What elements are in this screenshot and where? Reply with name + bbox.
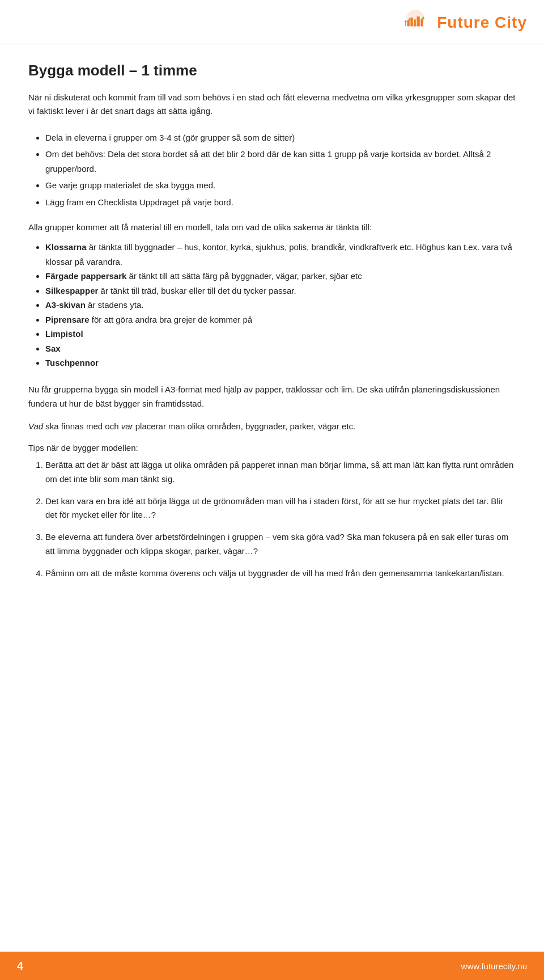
list-item: Färgade pappersark är tänkt till att sät… bbox=[45, 269, 516, 284]
list-item: Tuschpennor bbox=[45, 356, 516, 370]
tip-item: Berätta att det är bäst att lägga ut oli… bbox=[45, 458, 516, 487]
material-label: A3-skivan bbox=[45, 300, 86, 310]
material-label: Färgade pappersark bbox=[45, 271, 126, 281]
svg-rect-5 bbox=[421, 19, 423, 27]
page-header: Future City bbox=[0, 0, 544, 44]
build-paragraph: Nu får grupperna bygga sin modell i A3-f… bbox=[28, 383, 516, 411]
logo-icon bbox=[398, 7, 432, 38]
list-item: Piprensare för att göra andra bra grejer… bbox=[45, 312, 516, 327]
page-title: Bygga modell – 1 timme bbox=[28, 61, 516, 81]
material-label: Piprensare bbox=[45, 315, 90, 324]
list-item: Lägg fram en Checklista Uppdraget på var… bbox=[45, 195, 516, 210]
material-desc: för att göra andra bra grejer de kommer … bbox=[90, 315, 253, 324]
list-item: Ge varje grupp materialet de ska bygga m… bbox=[45, 178, 516, 193]
intro-paragraph: När ni diskuterat och kommit fram till v… bbox=[28, 91, 516, 118]
list-item: Sax bbox=[45, 341, 516, 356]
text-part2: ska finnas med och bbox=[43, 421, 121, 431]
what-where-paragraph: Vad ska finnas med och var placerar man … bbox=[28, 420, 516, 434]
list-item: Limpistol bbox=[45, 327, 516, 341]
material-desc: är tänkt till att sätta färg på byggnade… bbox=[126, 271, 362, 281]
tips-list: Berätta att det är bäst att lägga ut oli… bbox=[28, 458, 516, 580]
material-label: Limpistol bbox=[45, 329, 83, 339]
tip-item: Påminn om att de måste komma överens och… bbox=[45, 567, 516, 581]
materials-list: Klossarna är tänkta till byggnader – hus… bbox=[28, 240, 516, 370]
italic-var: var bbox=[121, 421, 133, 431]
list-item: Silkespapper är tänkt till träd, buskar … bbox=[45, 284, 516, 298]
footer-url: www.futurecity.nu bbox=[461, 961, 527, 971]
list-item: Dela in eleverna i grupper om 3-4 st (gö… bbox=[45, 130, 516, 145]
list-item: A3-skivan är stadens yta. bbox=[45, 298, 516, 312]
material-desc: är tänkta till byggnader – hus, kontor, … bbox=[45, 242, 512, 267]
svg-rect-3 bbox=[414, 19, 416, 26]
material-label: Tuschpennor bbox=[45, 358, 99, 368]
svg-rect-4 bbox=[417, 16, 420, 26]
page-number: 4 bbox=[17, 960, 23, 973]
svg-rect-1 bbox=[407, 20, 410, 26]
svg-point-9 bbox=[405, 20, 406, 22]
logo-text: Future City bbox=[437, 14, 527, 32]
logo-area: Future City bbox=[398, 7, 527, 38]
material-label: Silkespapper bbox=[45, 286, 98, 295]
tips-heading: Tips när de bygger modellen: bbox=[28, 443, 516, 453]
list-item: Klossarna är tänkta till byggnader – hus… bbox=[45, 240, 516, 269]
svg-rect-2 bbox=[411, 18, 413, 26]
material-label: Sax bbox=[45, 344, 61, 353]
text-part4: placerar man olika områden, byggnader, p… bbox=[133, 421, 356, 431]
italic-vad: Vad bbox=[28, 421, 43, 431]
material-label: Klossarna bbox=[45, 242, 87, 252]
page-footer: 4 www.futurecity.nu bbox=[0, 952, 544, 980]
materials-intro-text: Alla grupper kommer att få material till… bbox=[28, 221, 516, 234]
main-content: Bygga modell – 1 timme När ni diskuterat… bbox=[0, 44, 544, 636]
list-item: Om det behövs: Dela det stora bordet så … bbox=[45, 147, 516, 176]
tip-item: Be eleverna att fundera över arbetsförde… bbox=[45, 530, 516, 559]
group-instructions-list: Dela in eleverna i grupper om 3-4 st (gö… bbox=[28, 130, 516, 210]
material-desc: är tänkt till träd, buskar eller till de… bbox=[98, 286, 296, 295]
tip-item: Det kan vara en bra idé att börja lägga … bbox=[45, 495, 516, 523]
material-desc: är stadens yta. bbox=[86, 300, 144, 310]
